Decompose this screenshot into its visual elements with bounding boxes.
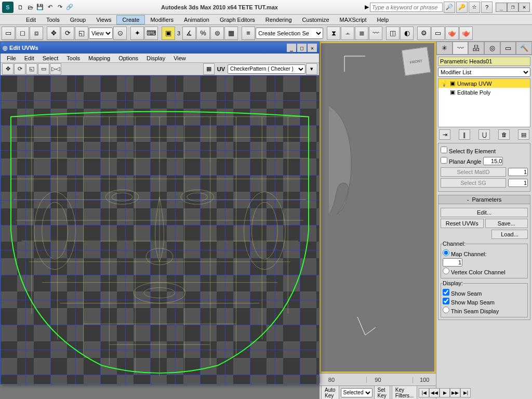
expand-icon[interactable]: ▣ [450, 89, 455, 96]
planar-angle-field[interactable] [483, 157, 503, 165]
restore-button[interactable]: ❐ [507, 3, 518, 12]
uvw-texture-dropdown[interactable]: CheckerPattern ( Checker ) [228, 64, 305, 74]
map-channel-field[interactable] [443, 258, 462, 267]
named-sel-icon[interactable]: ≡ [242, 26, 255, 40]
tab-hierarchy[interactable]: 品 [468, 42, 484, 55]
edit-button[interactable]: Edit... [441, 208, 528, 217]
uvw-menu-display[interactable]: Display [142, 55, 169, 62]
select-region-icon[interactable]: ◻ [16, 26, 29, 40]
uvw-menu-tools[interactable]: Tools [62, 55, 84, 62]
save-button[interactable]: Save... [485, 219, 528, 228]
perspective-viewport[interactable]: FRONT [320, 42, 436, 373]
select-manipulate-icon[interactable]: ✦ [130, 26, 144, 40]
render-setup-icon[interactable]: ⚙ [417, 26, 431, 40]
stack-item-epoly[interactable]: ▣ Editable Poly [438, 88, 530, 97]
percent-snap-icon[interactable]: % [196, 26, 210, 40]
material-editor-icon[interactable]: ◐ [400, 26, 414, 40]
show-seam-check[interactable]: Show Seam [443, 289, 526, 297]
uvw-move-icon[interactable]: ✥ [2, 63, 14, 75]
show-map-seam-check[interactable]: Show Map Seam [443, 298, 526, 305]
menu-group[interactable]: Group [65, 16, 91, 24]
stack-item-unwrap[interactable]: 💡 ▣ Unwrap UVW [438, 79, 530, 88]
uvw-freeform-icon[interactable]: ▭ [38, 63, 49, 75]
layers-icon[interactable]: ≣ [355, 26, 368, 40]
modifier-stack[interactable]: 💡 ▣ Unwrap UVW ▣ Editable Poly [438, 78, 530, 127]
key-icon[interactable]: 🔑 [456, 2, 468, 13]
move-icon[interactable]: ✥ [47, 26, 60, 40]
goto-end-icon[interactable]: ▶| [460, 388, 471, 397]
star-icon[interactable]: ☆ [469, 2, 480, 13]
uvw-mirror-icon[interactable]: ▷◁ [50, 63, 61, 75]
key-mode-dropdown[interactable]: Selected [341, 388, 373, 397]
search-input[interactable] [370, 3, 443, 12]
uvw-menu-mapping[interactable]: Mapping [84, 55, 114, 62]
remove-mod-icon[interactable]: 🗑 [498, 129, 510, 140]
uvw-options-icon[interactable]: ▾ [306, 63, 317, 75]
uvw-menu-edit[interactable]: Edit [20, 55, 38, 62]
menu-rendering[interactable]: Rendering [260, 16, 297, 24]
menu-help[interactable]: Help [372, 16, 394, 24]
tab-motion[interactable]: ◎ [484, 42, 500, 55]
select-sg-button[interactable]: Select SG [441, 178, 506, 188]
undo-icon[interactable]: ↶ [45, 3, 55, 12]
uvw-minimize-button[interactable]: _ [287, 44, 296, 52]
uvw-menu-options[interactable]: Options [114, 55, 142, 62]
binoculars-icon[interactable]: 🔎 [444, 2, 455, 13]
align-icon[interactable]: ⫠ [341, 26, 354, 40]
vertex-color-radio[interactable]: Vertex Color Channel [443, 268, 526, 275]
tab-create[interactable]: ✳ [436, 42, 453, 55]
configure-icon[interactable]: ▤ [518, 129, 529, 140]
sg-field[interactable] [508, 179, 528, 187]
show-end-icon[interactable]: ‖ [459, 129, 470, 140]
uv-editor-canvas[interactable] [1, 75, 319, 384]
map-channel-radio[interactable]: Map Channel: [443, 249, 526, 257]
snap-toggle-icon[interactable]: ▣ [162, 26, 175, 40]
matid-field[interactable] [508, 168, 528, 176]
select-matid-button[interactable]: Select MatID [441, 167, 506, 177]
uvw-close-button[interactable]: ✕ [308, 44, 317, 52]
use-center-icon[interactable]: ⊙ [113, 26, 127, 40]
curve-editor-icon[interactable]: 〰 [369, 26, 382, 40]
redo-icon[interactable]: ↷ [55, 3, 64, 12]
planar-angle-check[interactable]: Planar Angle [441, 157, 481, 165]
time-slider[interactable]: 80 90 100 [320, 373, 436, 385]
select-by-element-check[interactable]: Select By Element [441, 147, 528, 154]
uvw-scale-icon[interactable]: ◱ [26, 63, 37, 75]
expand-icon[interactable]: ▣ [450, 80, 455, 87]
next-frame-icon[interactable]: ▶▶ [450, 388, 460, 397]
thin-seam-radio[interactable]: Thin Seam Display [443, 307, 526, 314]
menu-create[interactable]: Create [116, 15, 145, 24]
tab-utilities[interactable]: 🔨 [516, 42, 532, 55]
uvw-menu-view[interactable]: View [169, 55, 190, 62]
render-icon[interactable]: 🫖 [445, 26, 459, 40]
tab-display[interactable]: ▭ [500, 42, 516, 55]
render-frame-icon[interactable]: ▭ [431, 26, 445, 40]
menu-animation[interactable]: Animation [179, 16, 215, 24]
lightbulb-icon[interactable]: 💡 [441, 80, 448, 87]
mirror-icon[interactable]: ⧗ [327, 26, 340, 40]
uvw-titlebar[interactable]: ◎ Edit UVWs _ □ ✕ [1, 42, 319, 54]
load-button[interactable]: Load... [491, 230, 528, 239]
menu-edit[interactable]: Edit [21, 16, 41, 24]
play-icon[interactable]: ▶ [440, 388, 450, 397]
help-icon[interactable]: ? [481, 2, 493, 13]
prev-frame-icon[interactable]: ◀◀ [429, 388, 440, 397]
search-arrow-icon[interactable]: ▶ [365, 4, 369, 10]
viewcube[interactable]: FRONT [402, 47, 431, 76]
uvw-menu-file[interactable]: File [3, 55, 20, 62]
goto-start-icon[interactable]: |◀ [419, 388, 429, 397]
edged-faces-icon[interactable]: ▦ [224, 26, 238, 40]
select-icon[interactable]: ▭ [2, 26, 15, 40]
menu-modifiers[interactable]: Modifiers [145, 16, 179, 24]
parameters-header[interactable]: - Parameters [438, 195, 530, 204]
link-icon[interactable]: 🔗 [65, 3, 74, 12]
render-prod-icon[interactable]: 🫖 [459, 26, 473, 40]
setkey-button[interactable]: Set Key [374, 385, 390, 400]
object-name-field[interactable] [438, 57, 530, 66]
make-unique-icon[interactable]: ⋃ [478, 129, 490, 140]
close-button[interactable]: ✕ [518, 3, 530, 12]
ref-coord-dropdown[interactable]: View [89, 28, 113, 39]
uvw-menu-select[interactable]: Select [38, 55, 63, 62]
menu-maxscript[interactable]: MAXScript [335, 16, 372, 24]
uvw-showmap-icon[interactable]: ▦ [203, 63, 215, 75]
